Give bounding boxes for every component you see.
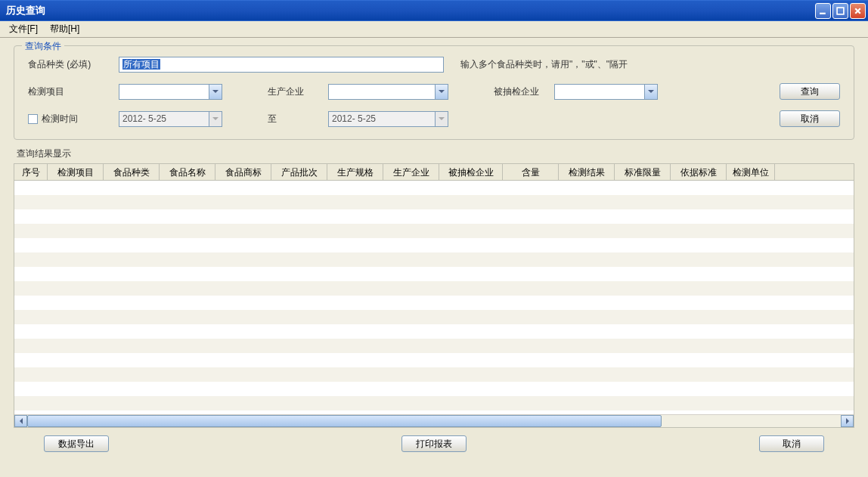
svg-rect-0 bbox=[820, 12, 826, 14]
dropdown-icon bbox=[209, 112, 222, 126]
row-test-item: 检测项目 生产企业 被抽检企业 查询 bbox=[28, 83, 840, 100]
table-row bbox=[14, 296, 854, 310]
date-from-input bbox=[119, 112, 209, 126]
sampled-company-combo-input[interactable] bbox=[555, 85, 644, 99]
column-header[interactable]: 生产规格 bbox=[327, 164, 383, 180]
producer-combo[interactable] bbox=[328, 84, 448, 100]
date-to-input bbox=[329, 112, 435, 126]
food-category-label: 食品种类 (必填) bbox=[28, 58, 119, 71]
food-category-hint: 输入多个食品种类时，请用"，"或"、"隔开 bbox=[460, 58, 628, 71]
table-row bbox=[14, 367, 854, 382]
column-header[interactable]: 食品商标 bbox=[215, 164, 271, 180]
content-area: 查询条件 食品种类 (必填) 所有项目 输入多个食品种类时，请用"，"或"、"隔… bbox=[0, 38, 868, 461]
column-header[interactable]: 序号 bbox=[14, 164, 48, 180]
dropdown-icon[interactable] bbox=[644, 85, 657, 99]
test-time-checkbox[interactable] bbox=[28, 114, 38, 124]
column-header[interactable]: 产品批次 bbox=[271, 164, 327, 180]
date-to-combo bbox=[328, 111, 448, 127]
menubar: 文件[F] 帮助[H] bbox=[0, 21, 868, 38]
table-body bbox=[14, 181, 854, 414]
menu-help[interactable]: 帮助[H] bbox=[44, 21, 85, 37]
query-cancel-button[interactable]: 取消 bbox=[780, 110, 840, 127]
close-button[interactable] bbox=[850, 3, 866, 19]
cancel-button-column: 取消 bbox=[780, 110, 840, 127]
horizontal-scrollbar[interactable] bbox=[14, 414, 854, 427]
test-item-label: 检测项目 bbox=[28, 85, 119, 98]
table-row bbox=[14, 396, 854, 410]
scroll-track[interactable] bbox=[27, 415, 841, 427]
dropdown-icon bbox=[435, 112, 448, 126]
row-food-category: 食品种类 (必填) 所有项目 输入多个食品种类时，请用"，"或"、"隔开 bbox=[28, 57, 840, 73]
column-header[interactable]: 食品名称 bbox=[160, 164, 215, 180]
query-button-column: 查询 bbox=[780, 83, 840, 100]
table-row bbox=[14, 195, 854, 209]
column-header[interactable]: 生产企业 bbox=[383, 164, 439, 180]
column-header[interactable]: 检测单位 bbox=[727, 164, 775, 180]
column-header[interactable]: 被抽检企业 bbox=[439, 164, 503, 180]
minimize-button[interactable] bbox=[815, 3, 831, 19]
results-label: 查询结果显示 bbox=[17, 147, 854, 160]
table-row bbox=[14, 310, 854, 324]
scroll-thumb[interactable] bbox=[27, 415, 662, 427]
table-row bbox=[14, 267, 854, 281]
column-header[interactable]: 依据标准 bbox=[671, 164, 727, 180]
bottom-bar: 数据导出 打印报表 取消 bbox=[14, 428, 854, 457]
table-row bbox=[14, 181, 854, 195]
column-header[interactable]: 标准限量 bbox=[615, 164, 671, 180]
table-header: 序号检测项目食品种类食品名称食品商标产品批次生产规格生产企业被抽检企业含量检测结… bbox=[14, 164, 854, 181]
maximize-button[interactable] bbox=[832, 3, 848, 19]
titlebar: 历史查询 bbox=[0, 0, 868, 21]
window-title: 历史查询 bbox=[6, 4, 45, 17]
results-table: 序号检测项目食品种类食品名称食品商标产品批次生产规格生产企业被抽检企业含量检测结… bbox=[14, 163, 854, 428]
bottom-cancel-button[interactable]: 取消 bbox=[759, 435, 824, 452]
dropdown-icon[interactable] bbox=[209, 85, 222, 99]
scroll-left-icon[interactable] bbox=[14, 415, 27, 427]
producer-label: 生产企业 bbox=[260, 85, 321, 98]
test-item-combo-input[interactable] bbox=[119, 85, 209, 99]
dropdown-icon[interactable] bbox=[435, 85, 448, 99]
producer-combo-input[interactable] bbox=[329, 85, 435, 99]
scroll-right-icon[interactable] bbox=[841, 415, 854, 427]
column-header[interactable]: 检测项目 bbox=[48, 164, 104, 180]
sampled-company-combo[interactable] bbox=[554, 84, 658, 100]
query-conditions-fieldset: 查询条件 食品种类 (必填) 所有项目 输入多个食品种类时，请用"，"或"、"隔… bbox=[14, 45, 854, 140]
table-row bbox=[14, 324, 854, 339]
sampled-company-label: 被抽检企业 bbox=[486, 85, 554, 98]
column-header[interactable]: 检测结果 bbox=[559, 164, 615, 180]
table-row bbox=[14, 353, 854, 367]
print-button[interactable]: 打印报表 bbox=[401, 435, 467, 452]
table-row bbox=[14, 382, 854, 396]
column-header[interactable]: 含量 bbox=[503, 164, 559, 180]
table-row bbox=[14, 238, 854, 252]
menu-file[interactable]: 文件[F] bbox=[3, 21, 44, 37]
table-row bbox=[14, 209, 854, 224]
date-from-combo bbox=[119, 111, 222, 127]
row-test-time: 检测时间 至 取消 bbox=[28, 110, 840, 127]
table-row bbox=[14, 339, 854, 353]
query-button[interactable]: 查询 bbox=[780, 83, 840, 100]
food-category-input[interactable]: 所有项目 bbox=[119, 57, 444, 73]
table-row bbox=[14, 281, 854, 296]
test-item-combo[interactable] bbox=[119, 84, 222, 100]
query-legend: 查询条件 bbox=[22, 40, 64, 53]
table-row bbox=[14, 252, 854, 267]
table-row bbox=[14, 224, 854, 238]
svg-rect-1 bbox=[837, 8, 844, 14]
export-button[interactable]: 数据导出 bbox=[44, 435, 109, 452]
test-time-label: 检测时间 bbox=[28, 113, 119, 125]
column-header[interactable]: 食品种类 bbox=[104, 164, 160, 180]
date-to-label: 至 bbox=[260, 113, 321, 125]
window-controls bbox=[815, 3, 866, 19]
